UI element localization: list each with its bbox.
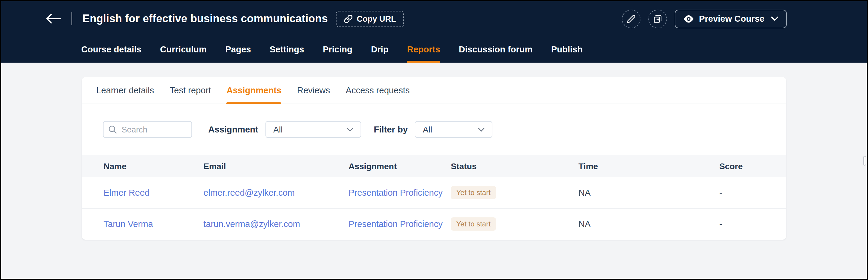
vertical-scrollbar-thumb[interactable]	[863, 156, 866, 165]
tab-pages[interactable]: Pages	[225, 36, 251, 63]
tab-curriculum[interactable]: Curriculum	[160, 36, 207, 63]
tab-settings[interactable]: Settings	[270, 36, 304, 63]
score-value: -	[719, 188, 722, 197]
assignment-link[interactable]: Presentation Proficiency	[348, 219, 443, 229]
time-value: NA	[579, 219, 590, 229]
back-button[interactable]	[46, 14, 61, 24]
preview-course-button[interactable]: Preview Course	[675, 9, 787, 28]
search-box	[103, 121, 192, 138]
chevron-down-icon	[347, 127, 353, 131]
tab-course-details[interactable]: Course details	[81, 36, 142, 63]
column-header-status: Status	[451, 155, 579, 177]
link-icon	[343, 14, 352, 23]
tab-reports[interactable]: Reports	[407, 36, 440, 63]
chevron-down-icon	[771, 16, 778, 21]
copy-url-button[interactable]: Copy URL	[336, 10, 404, 27]
arrow-left-icon	[46, 14, 61, 24]
learner-email-link[interactable]: tarun.verma@zylker.com	[204, 219, 300, 229]
filter-by-label: Filter by	[374, 125, 408, 134]
table-row: Elmer Reed elmer.reed@zylker.com Present…	[82, 177, 786, 208]
copy-url-label: Copy URL	[356, 14, 396, 23]
tab-drip[interactable]: Drip	[371, 36, 389, 63]
subtab-reviews[interactable]: Reviews	[297, 77, 330, 103]
subtab-access-requests[interactable]: Access requests	[346, 77, 410, 103]
course-tabs: Course details Curriculum Pages Settings…	[81, 36, 583, 63]
edit-course-button[interactable]	[622, 9, 641, 28]
preview-course-label: Preview Course	[699, 14, 765, 24]
search-input[interactable]	[103, 121, 192, 138]
table-row: Tarun Verma tarun.verma@zylker.com Prese…	[82, 208, 786, 240]
header-actions: Preview Course	[622, 9, 787, 28]
column-header-time: Time	[579, 155, 719, 177]
subtab-assignments[interactable]: Assignments	[227, 77, 281, 103]
filter-bar: Assignment All Filter by All	[82, 104, 786, 155]
subtab-test-report[interactable]: Test report	[170, 77, 211, 103]
duplicate-icon	[653, 14, 662, 23]
assignment-link[interactable]: Presentation Proficiency	[348, 188, 443, 197]
table-header-row: Name Email Assignment Status Time Score	[82, 155, 786, 177]
duplicate-course-button[interactable]	[648, 9, 667, 28]
assignment-select[interactable]: All	[266, 121, 361, 138]
header-title-row: English for effective business communica…	[1, 1, 867, 36]
app-window: English for effective business communica…	[0, 0, 868, 280]
column-header-email: Email	[204, 155, 348, 177]
subtab-learner-details[interactable]: Learner details	[96, 77, 154, 103]
learner-name-link[interactable]: Elmer Reed	[103, 188, 150, 197]
filter-by-select[interactable]: All	[415, 121, 493, 138]
score-value: -	[719, 219, 722, 229]
assignments-table: Name Email Assignment Status Time Score …	[82, 155, 786, 240]
tab-publish[interactable]: Publish	[551, 36, 583, 63]
course-header: English for effective business communica…	[1, 1, 867, 63]
status-badge: Yet to start	[451, 186, 496, 199]
eye-icon	[683, 15, 694, 23]
filter-by-select-value: All	[423, 125, 432, 134]
column-header-score: Score	[719, 155, 786, 177]
time-value: NA	[579, 188, 590, 197]
header-divider	[71, 12, 72, 25]
column-header-assignment: Assignment	[348, 155, 451, 177]
page-title: English for effective business communica…	[83, 12, 328, 25]
column-header-name: Name	[82, 155, 204, 177]
learner-name-link[interactable]: Tarun Verma	[103, 219, 153, 229]
report-subtabs: Learner details Test report Assignments …	[82, 77, 786, 104]
tab-pricing[interactable]: Pricing	[323, 36, 352, 63]
learner-email-link[interactable]: elmer.reed@zylker.com	[204, 188, 294, 197]
status-badge: Yet to start	[451, 218, 496, 231]
assignment-select-value: All	[273, 125, 283, 134]
tab-discussion-forum[interactable]: Discussion forum	[459, 36, 532, 63]
assignment-filter-label: Assignment	[208, 125, 258, 134]
reports-card: Learner details Test report Assignments …	[82, 77, 786, 240]
chevron-down-icon	[478, 127, 485, 131]
pencil-icon	[627, 14, 636, 23]
